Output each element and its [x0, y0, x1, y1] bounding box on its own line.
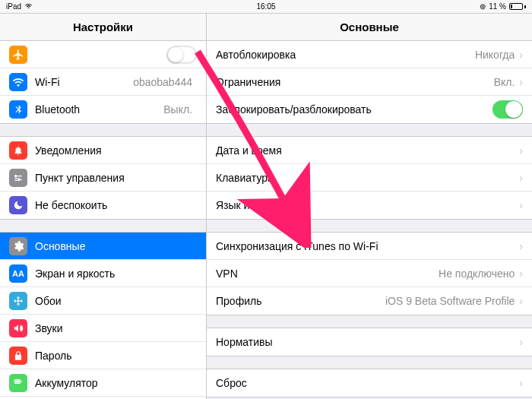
battery-text: 11 %: [489, 2, 506, 11]
sidebar-item-lock[interactable]: Пароль: [0, 342, 206, 369]
detail-title: Основные: [207, 14, 532, 41]
control-icon: [9, 169, 27, 187]
chevron-right-icon: ›: [519, 377, 523, 389]
toggle-on[interactable]: [492, 100, 523, 119]
chevron-right-icon: ›: [519, 336, 523, 348]
detail-row[interactable]: ПрофильiOS 9 Beta Software Profile›: [207, 287, 532, 315]
chevron-right-icon: ›: [519, 268, 523, 280]
sidebar-item-label: Уведомления: [35, 144, 197, 157]
chevron-right-icon: ›: [519, 295, 523, 307]
detail-row-value: Никогда: [475, 49, 515, 61]
flower-icon: [9, 292, 27, 310]
sidebar-list[interactable]: Wi-Fiobaobab444BluetoothВыкл.Уведомления…: [0, 41, 206, 399]
wifi-icon: [9, 73, 27, 91]
sidebar-item-label: Пункт управления: [35, 172, 197, 184]
bt-icon: [9, 100, 27, 119]
lock-icon: [9, 347, 27, 365]
detail-row[interactable]: Заблокировать/разблокировать: [207, 96, 532, 123]
gear-icon: [9, 237, 27, 255]
sidebar-item-label: Звуки: [35, 322, 197, 334]
detail-row-label: Дата и время: [216, 144, 519, 157]
sidebar-item-airplane[interactable]: [0, 41, 206, 68]
sidebar-item-wifi[interactable]: Wi-Fiobaobab444: [0, 68, 206, 96]
detail-row-label: Синхронизация с iTunes по Wi-Fi: [216, 240, 519, 252]
svg-rect-7: [15, 380, 20, 382]
detail-row[interactable]: АвтоблокировкаНикогда›: [207, 41, 532, 68]
sidebar-item-bt[interactable]: BluetoothВыкл.: [0, 96, 206, 123]
detail-row-label: Ограничения: [216, 76, 494, 88]
detail-list[interactable]: АвтоблокировкаНикогда›ОграниченияВкл.›За…: [207, 41, 532, 399]
sidebar-item-value: Выкл.: [163, 103, 192, 116]
toggle-off[interactable]: [166, 46, 197, 64]
settings-sidebar: Настройки Wi-Fiobaobab444BluetoothВыкл.У…: [0, 14, 207, 399]
detail-row-label: Профиль: [216, 295, 385, 307]
sidebar-item-sound[interactable]: Звуки: [0, 315, 206, 342]
sidebar-item-label: Пароль: [35, 350, 197, 362]
sidebar-item-moon[interactable]: Не беспокоить: [0, 192, 206, 219]
sidebar-item-aa[interactable]: AAЭкран и яркость: [0, 260, 206, 287]
aa-icon: AA: [9, 264, 27, 283]
chevron-right-icon: ›: [519, 76, 523, 88]
chevron-right-icon: ›: [519, 49, 523, 61]
sidebar-item-gear[interactable]: Основные: [0, 233, 206, 260]
chevron-right-icon: ›: [519, 240, 523, 252]
sidebar-item-label: Экран и яркость: [35, 268, 197, 280]
wifi-status-icon: [24, 2, 33, 11]
sidebar-item-value: obaobab444: [133, 76, 192, 88]
sidebar-item-label: Аккумулятор: [35, 377, 197, 389]
detail-row[interactable]: ОграниченияВкл.›: [207, 68, 532, 96]
detail-row[interactable]: Нормативы›: [207, 328, 532, 356]
sidebar-item-batt[interactable]: Аккумулятор: [0, 369, 206, 397]
sidebar-item-label: Основные: [35, 240, 197, 252]
detail-row-label: Заблокировать/разблокировать: [216, 103, 492, 116]
device-label: iPad: [6, 2, 21, 11]
sidebar-item-flower[interactable]: Обои: [0, 287, 206, 315]
svg-point-1: [17, 296, 20, 299]
detail-row[interactable]: VPNНе подключено›: [207, 260, 532, 287]
detail-row[interactable]: Дата и время›: [207, 137, 532, 164]
sidebar-item-control[interactable]: Пункт управления: [0, 164, 206, 192]
chevron-right-icon: ›: [519, 172, 523, 184]
sidebar-title: Настройки: [0, 14, 206, 41]
svg-point-4: [20, 299, 23, 302]
sidebar-item-label: Wi-Fi: [35, 76, 133, 88]
detail-row[interactable]: Сброс›: [207, 369, 532, 397]
detail-row-label: Язык и регион: [216, 199, 519, 211]
sound-icon: [9, 319, 27, 337]
detail-row-value: iOS 9 Beta Software Profile: [385, 295, 515, 307]
sidebar-item-label: Bluetooth: [35, 103, 163, 116]
detail-row-label: Автоблокировка: [216, 49, 475, 61]
sidebar-item-label: Обои: [35, 295, 197, 307]
detail-row-label: Клавиатура: [216, 172, 519, 184]
detail-row-label: Нормативы: [216, 336, 519, 348]
batt-icon: [9, 374, 27, 392]
svg-point-2: [17, 302, 20, 306]
detail-pane: Основные АвтоблокировкаНикогда›Ограничен…: [207, 14, 532, 399]
svg-point-3: [14, 299, 17, 302]
detail-row[interactable]: Синхронизация с iTunes по Wi-Fi›: [207, 233, 532, 260]
battery-icon: [509, 3, 526, 10]
chevron-right-icon: ›: [519, 199, 523, 211]
detail-row-value: Вкл.: [494, 76, 515, 88]
airplane-icon: [9, 46, 27, 64]
detail-row[interactable]: Язык и регион›: [207, 192, 532, 219]
status-bar: iPad 16:05 ⊛ 11 %: [0, 0, 532, 14]
detail-row[interactable]: Клавиатура›: [207, 164, 532, 192]
sidebar-item-label: Не беспокоить: [35, 199, 197, 211]
bell-icon: [9, 141, 27, 160]
chevron-right-icon: ›: [519, 144, 523, 157]
clock: 16:05: [256, 2, 275, 11]
moon-icon: [9, 196, 27, 214]
detail-row-label: Сброс: [216, 377, 519, 389]
svg-rect-6: [21, 381, 22, 382]
svg-point-0: [17, 299, 20, 302]
charging-icon: ⊛: [480, 2, 486, 11]
detail-row-value: Не подключено: [439, 268, 515, 280]
detail-row-label: VPN: [216, 268, 439, 280]
sidebar-item-bell[interactable]: Уведомления: [0, 137, 206, 164]
